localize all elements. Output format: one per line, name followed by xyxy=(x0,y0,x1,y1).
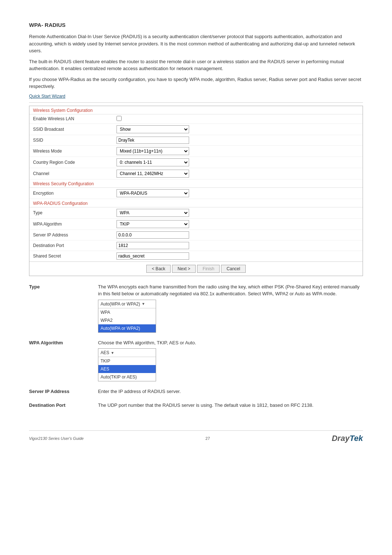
enable-wireless-lan-checkbox[interactable] xyxy=(117,116,122,121)
destination-port-value xyxy=(117,242,359,249)
wireless-mode-value: Mixed (11b+11g+11n) xyxy=(117,147,359,155)
server-ip-detail-row: Server IP Address Enter the IP address o… xyxy=(29,388,363,395)
country-region-code-label: Country Region Code xyxy=(33,160,117,165)
server-ip-detail-label: Server IP Address xyxy=(29,388,98,395)
footer-page: 27 xyxy=(205,436,210,441)
wpa-algorithm-detail-content: Choose the WPA algorithm, TKIP, AES or A… xyxy=(98,339,363,382)
type-value: WPA WPA2 Auto(WPA or WPA2) xyxy=(117,209,359,217)
detail-section: Type The WPA encrypts each frame transmi… xyxy=(29,283,363,409)
wpa-algorithm-dropdown-selected: AES ▼ xyxy=(98,349,156,357)
destination-port-row: Destination Port xyxy=(29,240,363,251)
wireless-mode-row: Wireless Mode Mixed (11b+11g+11n) xyxy=(29,146,363,157)
encryption-label: Encryption xyxy=(33,191,117,196)
ssid-row: SSID xyxy=(29,135,363,146)
wpa-algorithm-row: WPA Algorithm TKIP AES Auto(TKIP or AES) xyxy=(29,219,363,230)
description-para3: If you choose WPA-Radius as the security… xyxy=(29,76,363,90)
type-label: Type xyxy=(33,210,117,215)
country-region-code-select[interactable]: 0: channels 1-11 xyxy=(117,158,189,166)
type-detail-label: Type xyxy=(29,283,98,333)
type-dropdown-selected: Auto(WPA or WPA2) ▼ xyxy=(98,300,156,308)
finish-button[interactable]: Finish xyxy=(197,265,220,273)
page-title: WPA- RADIUS xyxy=(29,22,363,28)
footer: Vigor2130 Series User's Guide 27 Dray Te… xyxy=(29,430,363,443)
destination-port-detail-row: Destination Port The UDP port number tha… xyxy=(29,402,363,409)
wpa-algorithm-dropdown-visual[interactable]: AES ▼ TKIP AES Auto(TKIP or AES) xyxy=(98,348,156,381)
encryption-row: Encryption WPA-RADIUS WPA-Personal WEP N… xyxy=(29,188,363,199)
description-para1: Remote Authentication Dial-In User Servi… xyxy=(29,33,363,54)
shared-secret-row: Shared Secret xyxy=(29,251,363,262)
enable-wireless-lan-label: Enable Wireless LAN xyxy=(33,116,117,121)
type-detail-description: The WPA encrypts each frame transmitted … xyxy=(98,284,360,297)
encryption-value: WPA-RADIUS WPA-Personal WEP None xyxy=(117,189,359,197)
cancel-button[interactable]: Cancel xyxy=(221,265,245,273)
wpa-algorithm-option-auto[interactable]: Auto(TKIP or AES) xyxy=(98,373,156,381)
destination-port-label: Destination Port xyxy=(33,243,117,248)
enable-wireless-lan-row: Enable Wireless LAN xyxy=(29,114,363,124)
brand-tek: Tek xyxy=(350,434,363,443)
type-detail-content: The WPA encrypts each frame transmitted … xyxy=(98,283,363,333)
button-row: < Back Next > Finish Cancel xyxy=(29,262,363,276)
server-ip-detail-content: Enter the IP address of RADIUS server. xyxy=(98,388,363,395)
country-region-code-row: Country Region Code 0: channels 1-11 xyxy=(29,157,363,168)
type-dropdown-chevron-icon: ▼ xyxy=(142,301,145,307)
ssid-broadcast-select[interactable]: Show Hide xyxy=(117,125,189,133)
ssid-input[interactable] xyxy=(117,137,189,144)
ssid-value xyxy=(117,137,359,144)
ssid-broadcast-value: Show Hide xyxy=(117,125,359,133)
wpa-algorithm-option-tkip[interactable]: TKIP xyxy=(98,357,156,365)
channel-value: Channel 11, 2462MHz xyxy=(117,170,359,178)
type-select[interactable]: WPA WPA2 Auto(WPA or WPA2) xyxy=(117,209,189,217)
server-ip-value xyxy=(117,231,359,239)
type-dropdown-visual[interactable]: Auto(WPA or WPA2) ▼ WPA WPA2 Auto(WPA or… xyxy=(98,300,156,333)
wireless-security-config-title: Wireless Security Configuration xyxy=(29,179,363,188)
channel-label: Channel xyxy=(33,171,117,176)
ssid-broadcast-row: SSID Broadcast Show Hide xyxy=(29,124,363,135)
encryption-select[interactable]: WPA-RADIUS WPA-Personal WEP None xyxy=(117,189,189,197)
wpa-algorithm-option-aes[interactable]: AES xyxy=(98,365,156,373)
wpa-algorithm-select[interactable]: TKIP AES Auto(TKIP or AES) xyxy=(117,220,189,228)
config-box: Wireless System Configuration Enable Wir… xyxy=(29,106,363,276)
wpa-algorithm-detail-description: Choose the WPA algorithm, TKIP, AES or A… xyxy=(98,340,196,345)
ssid-label: SSID xyxy=(33,138,117,143)
type-detail-row: Type The WPA encrypts each frame transmi… xyxy=(29,283,363,333)
quick-start-wizard-link[interactable]: Quick Start Wizard xyxy=(29,94,363,99)
type-option-auto[interactable]: Auto(WPA or WPA2) xyxy=(98,324,156,332)
wpa-algorithm-detail-row: WPA Algorithm Choose the WPA algorithm, … xyxy=(29,339,363,382)
country-region-code-value: 0: channels 1-11 xyxy=(117,158,359,166)
back-button[interactable]: < Back xyxy=(146,265,171,273)
wireless-mode-select[interactable]: Mixed (11b+11g+11n) xyxy=(117,147,189,155)
description-para2: The built-in RADIUS client feature enabl… xyxy=(29,58,363,72)
shared-secret-value xyxy=(117,252,359,260)
shared-secret-label: Shared Secret xyxy=(33,254,117,259)
brand-dray: Dray xyxy=(332,434,350,443)
server-ip-row: Server IP Address xyxy=(29,230,363,240)
type-row: Type WPA WPA2 Auto(WPA or WPA2) xyxy=(29,207,363,219)
wpa-algorithm-dropdown-selected-label: AES xyxy=(101,349,109,356)
brand-logo: Dray Tek xyxy=(332,434,363,443)
wireless-system-config-title: Wireless System Configuration xyxy=(29,106,363,114)
destination-port-detail-content: The UDP port number that the RADIUS serv… xyxy=(98,402,363,409)
channel-select[interactable]: Channel 11, 2462MHz xyxy=(117,170,189,178)
ssid-broadcast-label: SSID Broadcast xyxy=(33,127,117,132)
shared-secret-input[interactable] xyxy=(117,252,189,260)
wpa-algorithm-label: WPA Algorithm xyxy=(33,222,117,227)
wpa-radius-config-title: WPA-RADIUS Configuration xyxy=(29,199,363,207)
wpa-algorithm-value: TKIP AES Auto(TKIP or AES) xyxy=(117,220,359,228)
wireless-mode-label: Wireless Mode xyxy=(33,149,117,154)
section-divider xyxy=(29,102,363,103)
server-ip-label: Server IP Address xyxy=(33,232,117,238)
type-option-wpa[interactable]: WPA xyxy=(98,308,156,316)
enable-wireless-lan-value xyxy=(117,116,359,122)
footer-guide-label: Vigor2130 Series User's Guide xyxy=(29,436,83,441)
type-dropdown-selected-label: Auto(WPA or WPA2) xyxy=(101,301,140,307)
wpa-algorithm-dropdown-chevron-icon: ▼ xyxy=(111,350,114,356)
next-button[interactable]: Next > xyxy=(172,265,196,273)
type-option-wpa2[interactable]: WPA2 xyxy=(98,316,156,324)
destination-port-input[interactable] xyxy=(117,242,189,249)
wpa-algorithm-detail-label: WPA Algorithm xyxy=(29,339,98,382)
channel-row: Channel Channel 11, 2462MHz xyxy=(29,168,363,179)
destination-port-detail-label: Destination Port xyxy=(29,402,98,409)
server-ip-input[interactable] xyxy=(117,231,189,239)
